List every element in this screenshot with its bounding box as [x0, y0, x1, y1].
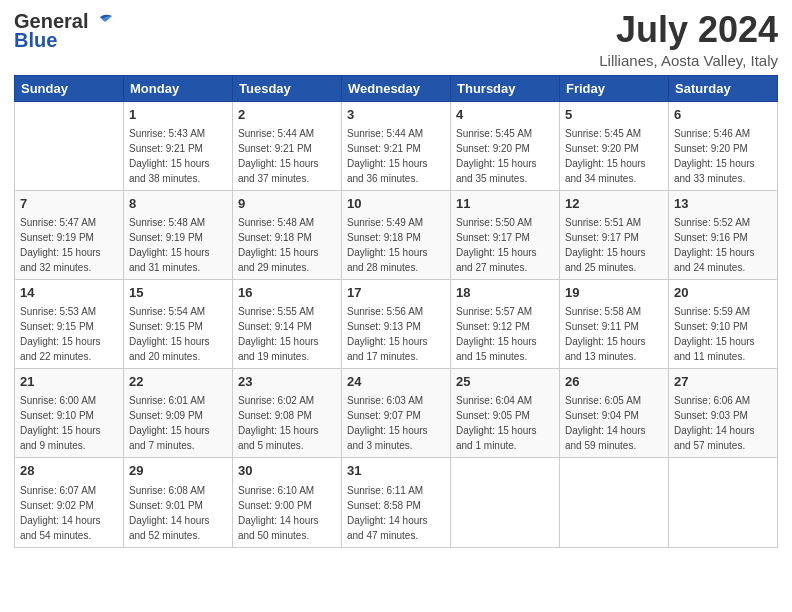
logo-bird-icon	[92, 13, 114, 31]
calendar-week-4: 21Sunrise: 6:00 AMSunset: 9:10 PMDayligh…	[15, 369, 778, 458]
calendar-cell: 31Sunrise: 6:11 AMSunset: 8:58 PMDayligh…	[342, 458, 451, 547]
cell-info: Sunrise: 5:57 AMSunset: 9:12 PMDaylight:…	[456, 306, 537, 362]
cell-info: Sunrise: 5:53 AMSunset: 9:15 PMDaylight:…	[20, 306, 101, 362]
calendar-cell: 13Sunrise: 5:52 AMSunset: 9:16 PMDayligh…	[669, 190, 778, 279]
calendar-week-2: 7Sunrise: 5:47 AMSunset: 9:19 PMDaylight…	[15, 190, 778, 279]
cell-info: Sunrise: 5:46 AMSunset: 9:20 PMDaylight:…	[674, 128, 755, 184]
day-number: 6	[674, 106, 772, 124]
calendar-cell: 7Sunrise: 5:47 AMSunset: 9:19 PMDaylight…	[15, 190, 124, 279]
calendar-cell	[15, 101, 124, 190]
day-number: 14	[20, 284, 118, 302]
day-number: 1	[129, 106, 227, 124]
calendar-cell: 10Sunrise: 5:49 AMSunset: 9:18 PMDayligh…	[342, 190, 451, 279]
calendar-cell: 1Sunrise: 5:43 AMSunset: 9:21 PMDaylight…	[124, 101, 233, 190]
cell-info: Sunrise: 5:45 AMSunset: 9:20 PMDaylight:…	[565, 128, 646, 184]
header-tuesday: Tuesday	[233, 75, 342, 101]
calendar-cell	[669, 458, 778, 547]
day-number: 10	[347, 195, 445, 213]
day-number: 16	[238, 284, 336, 302]
header-thursday: Thursday	[451, 75, 560, 101]
calendar-week-3: 14Sunrise: 5:53 AMSunset: 9:15 PMDayligh…	[15, 279, 778, 368]
cell-info: Sunrise: 5:51 AMSunset: 9:17 PMDaylight:…	[565, 217, 646, 273]
day-number: 17	[347, 284, 445, 302]
calendar-cell: 4Sunrise: 5:45 AMSunset: 9:20 PMDaylight…	[451, 101, 560, 190]
day-number: 2	[238, 106, 336, 124]
calendar-cell: 23Sunrise: 6:02 AMSunset: 9:08 PMDayligh…	[233, 369, 342, 458]
day-number: 27	[674, 373, 772, 391]
cell-info: Sunrise: 5:54 AMSunset: 9:15 PMDaylight:…	[129, 306, 210, 362]
day-number: 30	[238, 462, 336, 480]
logo-blue-text: Blue	[14, 29, 57, 52]
calendar-cell: 27Sunrise: 6:06 AMSunset: 9:03 PMDayligh…	[669, 369, 778, 458]
subtitle: Lillianes, Aosta Valley, Italy	[599, 52, 778, 69]
calendar-cell: 8Sunrise: 5:48 AMSunset: 9:19 PMDaylight…	[124, 190, 233, 279]
cell-info: Sunrise: 6:07 AMSunset: 9:02 PMDaylight:…	[20, 485, 101, 541]
calendar-cell: 21Sunrise: 6:00 AMSunset: 9:10 PMDayligh…	[15, 369, 124, 458]
cell-info: Sunrise: 5:50 AMSunset: 9:17 PMDaylight:…	[456, 217, 537, 273]
calendar-cell: 20Sunrise: 5:59 AMSunset: 9:10 PMDayligh…	[669, 279, 778, 368]
calendar-cell: 29Sunrise: 6:08 AMSunset: 9:01 PMDayligh…	[124, 458, 233, 547]
header: General Blue July 2024 Lillianes, Aosta …	[14, 10, 778, 69]
cell-info: Sunrise: 5:44 AMSunset: 9:21 PMDaylight:…	[347, 128, 428, 184]
calendar-cell: 11Sunrise: 5:50 AMSunset: 9:17 PMDayligh…	[451, 190, 560, 279]
header-friday: Friday	[560, 75, 669, 101]
day-number: 22	[129, 373, 227, 391]
day-number: 20	[674, 284, 772, 302]
cell-info: Sunrise: 6:03 AMSunset: 9:07 PMDaylight:…	[347, 395, 428, 451]
day-number: 31	[347, 462, 445, 480]
cell-info: Sunrise: 6:04 AMSunset: 9:05 PMDaylight:…	[456, 395, 537, 451]
calendar-cell: 28Sunrise: 6:07 AMSunset: 9:02 PMDayligh…	[15, 458, 124, 547]
day-number: 3	[347, 106, 445, 124]
cell-info: Sunrise: 5:49 AMSunset: 9:18 PMDaylight:…	[347, 217, 428, 273]
calendar-header-row: Sunday Monday Tuesday Wednesday Thursday…	[15, 75, 778, 101]
cell-info: Sunrise: 5:48 AMSunset: 9:18 PMDaylight:…	[238, 217, 319, 273]
calendar-table: Sunday Monday Tuesday Wednesday Thursday…	[14, 75, 778, 548]
calendar-cell: 30Sunrise: 6:10 AMSunset: 9:00 PMDayligh…	[233, 458, 342, 547]
calendar-cell: 9Sunrise: 5:48 AMSunset: 9:18 PMDaylight…	[233, 190, 342, 279]
day-number: 19	[565, 284, 663, 302]
calendar-cell: 17Sunrise: 5:56 AMSunset: 9:13 PMDayligh…	[342, 279, 451, 368]
day-number: 18	[456, 284, 554, 302]
day-number: 23	[238, 373, 336, 391]
cell-info: Sunrise: 6:00 AMSunset: 9:10 PMDaylight:…	[20, 395, 101, 451]
header-wednesday: Wednesday	[342, 75, 451, 101]
calendar-cell: 24Sunrise: 6:03 AMSunset: 9:07 PMDayligh…	[342, 369, 451, 458]
logo: General Blue	[14, 10, 114, 52]
main-title: July 2024	[599, 10, 778, 50]
page: General Blue July 2024 Lillianes, Aosta …	[0, 0, 792, 612]
title-block: July 2024 Lillianes, Aosta Valley, Italy	[599, 10, 778, 69]
day-number: 8	[129, 195, 227, 213]
cell-info: Sunrise: 6:11 AMSunset: 8:58 PMDaylight:…	[347, 485, 428, 541]
cell-info: Sunrise: 5:58 AMSunset: 9:11 PMDaylight:…	[565, 306, 646, 362]
calendar-cell: 14Sunrise: 5:53 AMSunset: 9:15 PMDayligh…	[15, 279, 124, 368]
day-number: 26	[565, 373, 663, 391]
calendar-cell: 18Sunrise: 5:57 AMSunset: 9:12 PMDayligh…	[451, 279, 560, 368]
cell-info: Sunrise: 6:08 AMSunset: 9:01 PMDaylight:…	[129, 485, 210, 541]
calendar-cell	[451, 458, 560, 547]
day-number: 25	[456, 373, 554, 391]
day-number: 15	[129, 284, 227, 302]
day-number: 7	[20, 195, 118, 213]
day-number: 4	[456, 106, 554, 124]
calendar-cell	[560, 458, 669, 547]
calendar-cell: 26Sunrise: 6:05 AMSunset: 9:04 PMDayligh…	[560, 369, 669, 458]
day-number: 5	[565, 106, 663, 124]
cell-info: Sunrise: 6:06 AMSunset: 9:03 PMDaylight:…	[674, 395, 755, 451]
calendar-cell: 16Sunrise: 5:55 AMSunset: 9:14 PMDayligh…	[233, 279, 342, 368]
cell-info: Sunrise: 6:05 AMSunset: 9:04 PMDaylight:…	[565, 395, 646, 451]
day-number: 29	[129, 462, 227, 480]
calendar-week-1: 1Sunrise: 5:43 AMSunset: 9:21 PMDaylight…	[15, 101, 778, 190]
day-number: 12	[565, 195, 663, 213]
cell-info: Sunrise: 6:02 AMSunset: 9:08 PMDaylight:…	[238, 395, 319, 451]
calendar-cell: 12Sunrise: 5:51 AMSunset: 9:17 PMDayligh…	[560, 190, 669, 279]
calendar-cell: 3Sunrise: 5:44 AMSunset: 9:21 PMDaylight…	[342, 101, 451, 190]
calendar-week-5: 28Sunrise: 6:07 AMSunset: 9:02 PMDayligh…	[15, 458, 778, 547]
day-number: 24	[347, 373, 445, 391]
cell-info: Sunrise: 5:43 AMSunset: 9:21 PMDaylight:…	[129, 128, 210, 184]
day-number: 9	[238, 195, 336, 213]
cell-info: Sunrise: 5:47 AMSunset: 9:19 PMDaylight:…	[20, 217, 101, 273]
header-saturday: Saturday	[669, 75, 778, 101]
cell-info: Sunrise: 6:10 AMSunset: 9:00 PMDaylight:…	[238, 485, 319, 541]
day-number: 21	[20, 373, 118, 391]
calendar-cell: 5Sunrise: 5:45 AMSunset: 9:20 PMDaylight…	[560, 101, 669, 190]
